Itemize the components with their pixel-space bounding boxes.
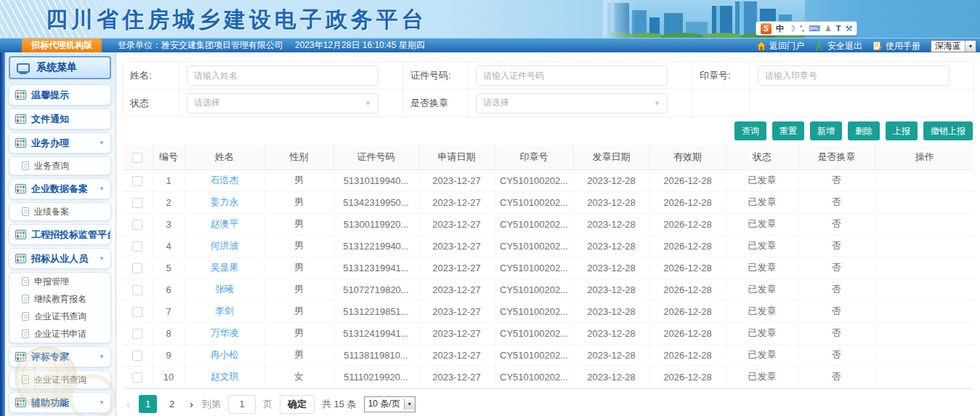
nav-link-1[interactable]: 安全退出 bbox=[814, 40, 862, 52]
person-name-link[interactable]: 李剑 bbox=[215, 305, 234, 316]
sidebar-subitem[interactable]: 申报管理 bbox=[9, 273, 110, 290]
goto-page-input[interactable] bbox=[228, 395, 256, 414]
sidebar-subitem[interactable]: 业务查询 bbox=[9, 157, 110, 175]
id-no-cell: 51312219940... bbox=[333, 235, 418, 257]
prev-page-button[interactable]: ‹ bbox=[125, 398, 131, 410]
status-cell: 已发章 bbox=[726, 235, 798, 257]
issue-date-cell: 2023-12-28 bbox=[573, 322, 649, 344]
sidebar-item-0[interactable]: 温馨提示 bbox=[9, 84, 111, 105]
select-all-checkbox[interactable] bbox=[132, 153, 142, 163]
person-icon[interactable]: ♟ bbox=[825, 25, 832, 33]
apply-date-cell: 2023-12-27 bbox=[418, 279, 495, 300]
keyboard-icon[interactable]: ⌨ bbox=[809, 25, 820, 33]
person-name-link[interactable]: 吴显果 bbox=[211, 262, 239, 273]
row-checkbox[interactable] bbox=[132, 372, 142, 383]
row-select-cell bbox=[122, 300, 153, 322]
sidebar-subitem[interactable]: 业绩备案 bbox=[9, 203, 110, 220]
column-header: 是否换章 bbox=[798, 145, 875, 169]
ime-toolbar[interactable]: S中☽’,⌨♟T⚒ bbox=[756, 21, 857, 36]
document-icon bbox=[22, 312, 29, 321]
row-checkbox[interactable] bbox=[132, 176, 142, 186]
row-checkbox[interactable] bbox=[132, 307, 142, 317]
name-cell: 赵澳平 bbox=[185, 213, 264, 235]
sidebar-subitem[interactable]: 企业证书查询 bbox=[9, 371, 110, 388]
row-checkbox[interactable] bbox=[132, 351, 142, 361]
sogou-logo-icon[interactable]: S bbox=[761, 23, 772, 34]
row-checkbox[interactable] bbox=[132, 263, 142, 273]
delete-button[interactable]: 删除 bbox=[848, 121, 880, 140]
sidebar-item-2[interactable]: 业务办理▼ bbox=[9, 132, 111, 153]
page-number-button[interactable]: 2 bbox=[163, 395, 181, 413]
sidebar-item-6[interactable]: 评标专家▼ bbox=[9, 346, 111, 367]
valid-date-cell: 2026-12-28 bbox=[649, 366, 726, 388]
query-button[interactable]: 查询 bbox=[734, 121, 766, 140]
system-menu-title: 系统菜单 bbox=[36, 61, 77, 74]
row-checkbox[interactable] bbox=[132, 241, 142, 252]
changed-cell: 否 bbox=[798, 279, 875, 300]
column-header: 印章号 bbox=[495, 145, 573, 169]
gender-cell: 男 bbox=[264, 257, 333, 279]
name-filter-input[interactable] bbox=[187, 65, 378, 86]
theme-select-value: 深海蓝 bbox=[935, 40, 961, 52]
changed-cell: 否 bbox=[798, 191, 875, 213]
person-name-link[interactable]: 冉小松 bbox=[211, 349, 239, 360]
sidebar-item-3[interactable]: 企业数据备案▼ bbox=[9, 178, 111, 199]
row-checkbox[interactable] bbox=[132, 220, 142, 230]
apply-date-cell: 2023-12-27 bbox=[418, 257, 495, 279]
row-checkbox[interactable] bbox=[132, 285, 142, 295]
shirt-icon[interactable]: T bbox=[836, 25, 841, 33]
chevron-down-icon: ▼ bbox=[654, 100, 660, 107]
sidebar-item-1[interactable]: 文件通知 bbox=[9, 108, 111, 129]
sidebar-subitem[interactable]: 继续教育报名 bbox=[9, 290, 110, 308]
sidebar-subitem[interactable]: 企业证书申请 bbox=[9, 325, 110, 343]
add-button[interactable]: 新增 bbox=[810, 121, 842, 140]
punctuation-icon[interactable]: ’, bbox=[800, 25, 804, 33]
person-name-link[interactable]: 赵澳平 bbox=[211, 218, 239, 229]
person-name-link[interactable]: 姜力永 bbox=[211, 196, 239, 207]
goto-label: 到第 bbox=[202, 398, 221, 411]
logout-icon bbox=[814, 41, 825, 51]
row-checkbox[interactable] bbox=[132, 198, 142, 208]
nav-link-2[interactable]: 使用手册 bbox=[872, 40, 920, 52]
person-name-link[interactable]: 万华凌 bbox=[211, 327, 239, 338]
moon-icon[interactable]: ☽ bbox=[788, 25, 795, 33]
wrench-icon[interactable]: ⚒ bbox=[846, 25, 853, 33]
report-button[interactable]: 上报 bbox=[886, 121, 918, 140]
submenu-6: 企业证书查询 bbox=[9, 370, 111, 389]
sidebar-item-7[interactable]: 辅助功能▼ bbox=[9, 392, 111, 413]
nav-link-label: 使用手册 bbox=[886, 40, 920, 52]
submenu-item-label: 企业证书申请 bbox=[34, 328, 86, 340]
status-cell: 已发章 bbox=[726, 257, 798, 279]
chinese-mode-icon[interactable]: 中 bbox=[776, 25, 784, 33]
nav-link-0[interactable]: 返回门户 bbox=[756, 40, 804, 52]
menu-item-label: 评标专家 bbox=[31, 351, 94, 364]
reset-button[interactable]: 重置 bbox=[772, 121, 804, 140]
chevron-down-icon: ▼ bbox=[99, 140, 105, 146]
cancel-report-button[interactable]: 撤销上报 bbox=[923, 121, 973, 140]
app-header: 四川省住房城乡建设电子政务平台 bbox=[0, 0, 980, 38]
seal-filter-input[interactable] bbox=[758, 65, 949, 86]
sidebar-subitem[interactable]: 企业证书查询 bbox=[9, 308, 110, 325]
person-name-link[interactable]: 张曦 bbox=[215, 284, 234, 295]
submenu-item-label: 业务查询 bbox=[34, 160, 69, 172]
change-filter-select[interactable]: 请选择 ▼ bbox=[476, 93, 668, 113]
select-all-header bbox=[122, 145, 153, 169]
row-checkbox[interactable] bbox=[132, 329, 142, 339]
person-name-link[interactable]: 何洪波 bbox=[211, 240, 239, 251]
person-name-link[interactable]: 赵文琪 bbox=[211, 371, 239, 382]
table-grid-icon bbox=[15, 352, 26, 361]
person-name-link[interactable]: 石浩杰 bbox=[211, 175, 239, 185]
records-table: 编号姓名性别证件号码申请日期印章号发章日期有效期状态是否换章操作 1石浩杰男51… bbox=[122, 145, 974, 388]
sidebar-item-5[interactable]: 招标从业人员▼ bbox=[9, 248, 111, 269]
apply-date-cell: 2023-12-27 bbox=[418, 366, 495, 388]
status-filter-select[interactable]: 请选择 ▼ bbox=[187, 93, 378, 113]
id-no-cell: 51312419941... bbox=[333, 322, 418, 344]
page-number-button[interactable]: 1 bbox=[139, 395, 157, 413]
id-filter-input[interactable] bbox=[476, 65, 668, 86]
page-size-select[interactable]: 10 条/页 ▼ bbox=[364, 396, 416, 412]
next-page-button[interactable]: › bbox=[188, 398, 195, 410]
confirm-page-button[interactable]: 确定 bbox=[280, 395, 315, 414]
chevron-down-icon: ▼ bbox=[365, 100, 371, 107]
sidebar-item-4[interactable]: 工程招投标监管平台 bbox=[9, 224, 111, 245]
theme-select[interactable]: 深海蓝 ▼ bbox=[931, 40, 976, 52]
